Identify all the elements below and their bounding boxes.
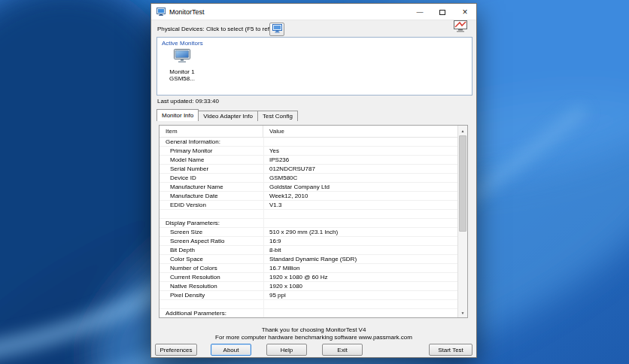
monitor-id-label: GSM58... <box>165 75 199 82</box>
item-cell: Screen Aspect Ratio <box>160 238 263 244</box>
table-row[interactable]: Device IDGSM580C <box>160 174 457 183</box>
scroll-down-arrow[interactable]: ▼ <box>458 308 467 317</box>
value-cell: GSM580C <box>263 174 457 181</box>
start-test-button[interactable]: Start Test <box>429 344 473 356</box>
active-monitors-label: Active Monitors <box>162 40 203 47</box>
monitor-list-item[interactable]: Monitor 1 GSM58... <box>165 48 199 82</box>
table-row[interactable]: Display Parameters: <box>160 219 457 228</box>
item-cell: Number of Colors <box>160 265 263 271</box>
caption-buttons: — × <box>409 4 476 20</box>
minimize-button[interactable]: — <box>409 4 431 20</box>
column-header-item[interactable]: Item <box>160 126 263 137</box>
item-cell: Current Resolution <box>160 274 263 281</box>
value-cell: Yes <box>263 147 457 154</box>
active-monitors-group: Active Monitors Monitor 1 GSM58... <box>156 37 473 96</box>
value-cell: Goldstar Company Ltd <box>263 184 457 190</box>
tab-test-config[interactable]: Test Config <box>257 111 298 121</box>
monitortest-window: MonitorTest — × Physical Devices: Click … <box>150 3 477 358</box>
table-row[interactable]: Native Resolution1920 x 1080 <box>160 282 457 291</box>
table-row[interactable] <box>160 300 457 309</box>
item-cell: Serial Number <box>160 165 263 172</box>
scrollbar-thumb[interactable] <box>459 135 466 232</box>
maximize-icon <box>439 10 445 15</box>
item-cell: Bit Depth <box>160 247 263 253</box>
value-cell: 16.7 Million <box>263 265 457 271</box>
table-row[interactable]: Pixel Density95 ppi <box>160 291 457 300</box>
exit-button[interactable]: Exit <box>322 344 363 356</box>
value-cell: 95 ppi <box>263 292 457 299</box>
monitor-icon <box>173 53 191 65</box>
item-cell: Additional Parameters: <box>160 310 263 317</box>
item-cell: Manufacture Date <box>160 193 263 199</box>
value-cell: 1920 x 1080 @ 60 Hz <box>263 274 457 281</box>
item-cell: Primary Monitor <box>160 147 263 154</box>
last-updated-label: Last updated: 09:33:40 <box>157 98 219 105</box>
item-cell: General Information: <box>160 138 263 145</box>
item-cell: Color Space <box>160 256 263 262</box>
item-cell: Display Parameters: <box>160 220 263 226</box>
table-row[interactable]: Primary MonitorYes <box>160 147 457 156</box>
item-cell: Model Name <box>160 156 263 163</box>
table-row[interactable]: Bit Depth8-bit <box>160 246 457 255</box>
item-cell: EDID Version <box>160 202 263 208</box>
column-header-value[interactable]: Value <box>263 126 457 137</box>
close-icon: × <box>462 7 467 17</box>
table-row[interactable]: Manufacture DateWeek12, 2010 <box>160 192 457 201</box>
monitor-info-table: Item Value General Information:Primary M… <box>159 125 468 318</box>
help-button[interactable]: Help <box>266 344 307 356</box>
value-cell: Standard Dynamic Range (SDR) <box>263 256 457 262</box>
identify-monitor-icon[interactable] <box>451 20 470 36</box>
item-cell: Manufacturer Name <box>160 184 263 190</box>
minimize-icon: — <box>417 8 424 16</box>
table-row[interactable]: Number of Colors16.7 Million <box>160 264 457 273</box>
value-cell: Week12, 2010 <box>263 193 457 199</box>
table-row[interactable]: Current Resolution1920 x 1080 @ 60 Hz <box>160 273 457 282</box>
table-row[interactable]: Model NameIPS236 <box>160 156 457 165</box>
table-scrollbar[interactable]: ▲ ▼ <box>457 126 467 317</box>
value-cell: 1920 x 1080 <box>263 283 457 290</box>
monitor-select-icon <box>272 24 282 35</box>
tab-strip: Monitor Info Video Adapter Info Test Con… <box>156 109 298 121</box>
table-header: Item Value <box>160 126 457 138</box>
table-row[interactable]: Additional Parameters: <box>160 309 457 317</box>
item-cell: Device ID <box>160 174 263 181</box>
table-row[interactable]: Serial Number012NDCRSU787 <box>160 165 457 174</box>
footer-website-text: For more computer hardware benchmarking … <box>151 334 476 341</box>
scroll-up-arrow[interactable]: ▲ <box>458 126 467 135</box>
table-row[interactable]: General Information: <box>160 138 457 147</box>
value-cell: 8-bit <box>263 247 457 253</box>
maximize-button[interactable] <box>431 4 454 20</box>
value-cell: 510 x 290 mm (23.1 Inch) <box>263 229 457 235</box>
close-button[interactable]: × <box>454 4 476 20</box>
app-icon <box>156 8 166 16</box>
about-button[interactable]: About <box>211 344 251 356</box>
item-cell: Pixel Density <box>160 292 263 299</box>
monitor-name-label: Monitor 1 <box>165 68 199 75</box>
value-cell: V1.3 <box>263 202 457 208</box>
table-row[interactable] <box>160 210 457 219</box>
tab-video-adapter-info[interactable]: Video Adapter Info <box>198 111 258 121</box>
select-device-button[interactable] <box>269 23 284 36</box>
preferences-button[interactable]: Preferences <box>155 344 197 356</box>
footer-thanks-text: Thank you for choosing MonitorTest V4 <box>151 326 476 333</box>
title-bar[interactable]: MonitorTest — × <box>151 4 476 20</box>
table-row[interactable]: Manufacturer NameGoldstar Company Ltd <box>160 183 457 192</box>
table-row[interactable]: Color SpaceStandard Dynamic Range (SDR) <box>160 255 457 264</box>
table-row[interactable]: Screen Size510 x 290 mm (23.1 Inch) <box>160 228 457 237</box>
item-cell: Native Resolution <box>160 283 263 290</box>
value-cell: 16:9 <box>263 238 457 244</box>
table-row[interactable]: EDID VersionV1.3 <box>160 201 457 210</box>
value-cell: IPS236 <box>263 156 457 163</box>
physical-devices-label: Physical Devices: Click to select (F5 to… <box>157 26 283 32</box>
window-title: MonitorTest <box>169 8 205 16</box>
table-row[interactable]: Screen Aspect Ratio16:9 <box>160 237 457 246</box>
tab-monitor-info[interactable]: Monitor Info <box>156 109 199 121</box>
item-cell: Screen Size <box>160 229 263 235</box>
monitor-info-table-body: General Information:Primary MonitorYesMo… <box>160 138 457 317</box>
value-cell: 012NDCRSU787 <box>263 165 457 172</box>
